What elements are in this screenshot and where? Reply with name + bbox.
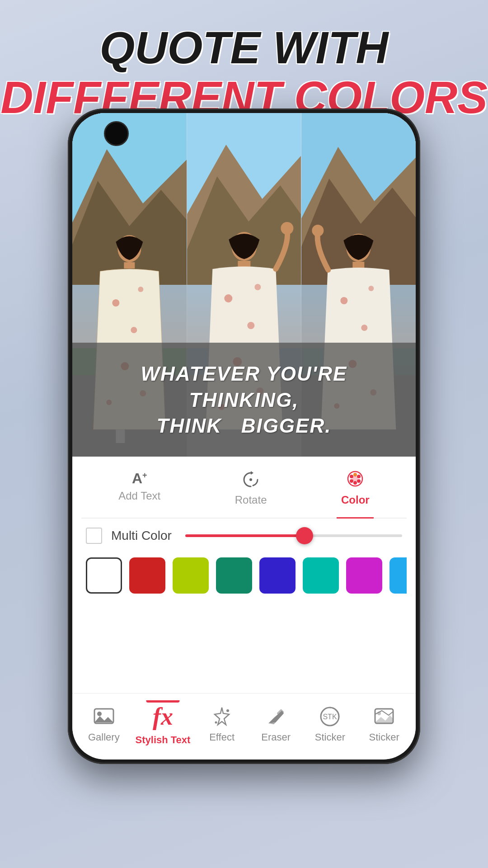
- nav-gallery[interactable]: Gallery: [81, 705, 127, 743]
- svg-rect-9: [124, 262, 135, 269]
- phone-container: WHATEVER YOU'RE THINKING,THINK BIGGER. A…: [68, 108, 420, 764]
- sticker-icon: STK: [319, 705, 341, 728]
- nav-eraser-label: Eraser: [261, 731, 291, 743]
- nav-sticker2-label: Sticker: [369, 731, 399, 743]
- swatch-lime[interactable]: [173, 557, 209, 594]
- svg-point-56: [215, 722, 217, 724]
- nav-effect[interactable]: Effect: [199, 705, 244, 743]
- effect-icon: [211, 705, 233, 728]
- nav-effect-label: Effect: [209, 731, 235, 743]
- svg-point-49: [353, 481, 357, 485]
- svg-point-42: [369, 286, 374, 291]
- sticker2-icon: [373, 705, 395, 728]
- swatch-teal[interactable]: [216, 557, 252, 594]
- image-area: WHATEVER YOU'RE THINKING,THINK BIGGER.: [72, 113, 416, 457]
- swatch-white[interactable]: [86, 557, 122, 594]
- svg-point-15: [138, 287, 143, 292]
- tab-color[interactable]: Color: [332, 468, 379, 511]
- svg-rect-36: [353, 262, 365, 269]
- svg-point-24: [247, 322, 254, 329]
- tab-add-text-label: Add Text: [118, 490, 160, 502]
- camera-hole: [104, 121, 129, 146]
- bottom-nav: Gallery fx Stylish Text Effect: [72, 693, 416, 760]
- eraser-icon: [265, 705, 287, 728]
- multi-color-checkbox[interactable]: [86, 528, 102, 544]
- svg-point-37: [341, 297, 348, 304]
- phone-frame: WHATEVER YOU'RE THINKING,THINK BIGGER. A…: [68, 108, 420, 764]
- multi-color-label: Multi Color: [111, 528, 172, 543]
- tab-rotate-label: Rotate: [235, 494, 267, 506]
- nav-stylish-text[interactable]: fx Stylish Text: [136, 703, 191, 746]
- svg-point-44: [249, 478, 252, 481]
- swatch-cyan[interactable]: [303, 557, 339, 594]
- svg-point-54: [97, 712, 102, 716]
- tab-color-label: Color: [341, 494, 370, 506]
- svg-point-61: [377, 712, 381, 715]
- svg-point-28: [254, 284, 261, 290]
- svg-point-29: [281, 222, 293, 235]
- swatch-sky[interactable]: [389, 557, 407, 594]
- swatch-blue[interactable]: [259, 557, 296, 594]
- tab-add-text[interactable]: A+ Add Text: [109, 468, 169, 511]
- swatch-magenta[interactable]: [346, 557, 382, 594]
- nav-gallery-label: Gallery: [88, 731, 120, 743]
- nav-sticker1-label: Sticker: [315, 731, 345, 743]
- phone-screen: WHATEVER YOU'RE THINKING,THINK BIGGER. A…: [72, 113, 416, 760]
- svg-point-38: [361, 325, 368, 331]
- nav-eraser[interactable]: Eraser: [253, 705, 299, 743]
- nav-sticker1[interactable]: STK Sticker: [307, 705, 352, 743]
- svg-point-11: [131, 327, 137, 333]
- quote-text: WHATEVER YOU'RE THINKING,THINK BIGGER.: [86, 361, 402, 439]
- color-icon: [347, 470, 364, 491]
- stylish-text-icon: fx: [153, 703, 173, 731]
- toolbar-area: A+ Add Text Rotate: [72, 457, 416, 600]
- slider-thumb: [296, 527, 313, 544]
- svg-text:STK: STK: [323, 713, 337, 721]
- svg-point-43: [312, 225, 324, 236]
- tab-rotate[interactable]: Rotate: [226, 468, 276, 511]
- nav-sticker2[interactable]: Sticker: [361, 705, 407, 743]
- svg-point-52: [352, 476, 358, 481]
- header-line1: QUOTE WITH: [0, 23, 488, 72]
- add-text-icon: A+: [132, 470, 147, 487]
- gallery-icon: [93, 705, 115, 728]
- toolbar-tabs: A+ Add Text Rotate: [81, 468, 407, 519]
- color-swatches: [81, 557, 407, 594]
- color-slider[interactable]: [185, 534, 402, 537]
- rotate-icon: [242, 470, 259, 491]
- svg-point-23: [224, 294, 232, 302]
- svg-point-46: [353, 473, 357, 476]
- svg-point-10: [112, 299, 119, 307]
- quote-overlay: WHATEVER YOU'RE THINKING,THINK BIGGER.: [72, 343, 416, 457]
- svg-point-55: [226, 709, 229, 712]
- multi-color-row: Multi Color: [81, 528, 407, 544]
- swatch-red[interactable]: [129, 557, 165, 594]
- nav-stylish-text-label: Stylish Text: [136, 734, 191, 746]
